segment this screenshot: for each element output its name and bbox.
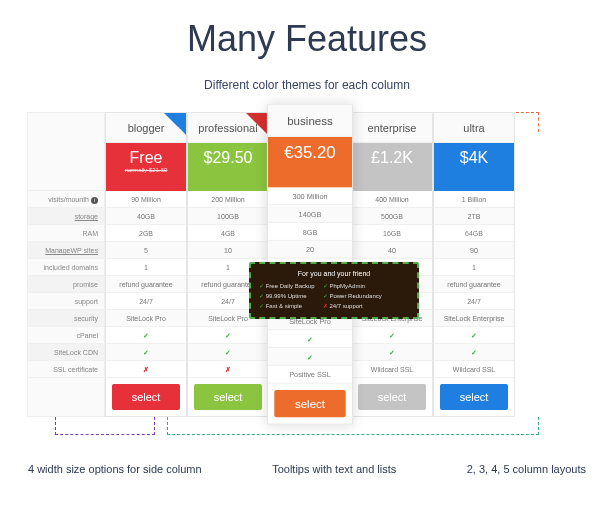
caption-mid: Tooltips with text and lists — [272, 463, 396, 475]
tooltip-title: For you and your friend — [259, 270, 409, 277]
plan-price: Freenormally $21.50 — [106, 143, 186, 191]
plan-cell: ✓ — [268, 330, 352, 348]
plan-cell: ✓ — [268, 348, 352, 366]
plan-cell: 24/7 — [106, 293, 186, 310]
badge-icon: -10% — [246, 113, 268, 135]
caption-left: 4 width size options for side column — [28, 463, 202, 475]
plan-name: bloggernew — [106, 113, 186, 143]
plan-cell: 500GB — [352, 208, 432, 225]
plan-blogger: bloggernewFreenormally $21.5090 Million4… — [105, 112, 187, 417]
plan-cell: 2TB — [434, 208, 514, 225]
plan-cell: 2GB — [106, 225, 186, 242]
check-icon: ✓ — [471, 349, 477, 356]
check-icon: ✓ — [389, 349, 395, 356]
check-icon: ✓ — [307, 335, 313, 342]
plan-cell: 5 — [106, 242, 186, 259]
plan-price: £1.2K — [352, 143, 432, 191]
plan-price: €35.20 — [268, 137, 352, 187]
badge-icon: new — [164, 113, 186, 135]
plan-cell: ✗ — [188, 361, 268, 378]
plan-cell: ✓ — [352, 344, 432, 361]
side-row: RAM — [28, 225, 104, 242]
check-icon: ✓ — [143, 332, 149, 339]
side-row: cPanel — [28, 327, 104, 344]
plan-cell: 64GB — [434, 225, 514, 242]
plan-cell: ✓ — [352, 327, 432, 344]
plan-cell: 20 — [268, 241, 352, 259]
plan-cell: 400 Million — [352, 191, 432, 208]
select-button[interactable]: select — [440, 384, 508, 410]
check-icon: ✓ — [225, 349, 231, 356]
plan-cell: 90 — [434, 242, 514, 259]
plan-cell: 40 — [352, 242, 432, 259]
plan-cell: ✓ — [434, 344, 514, 361]
plan-name: professional-10% — [188, 113, 268, 143]
plan-cell: refund guarantee — [434, 276, 514, 293]
plan-cell: 4GB — [188, 225, 268, 242]
plan-cell: ✓ — [188, 327, 268, 344]
plan-cell: 200 Million — [188, 191, 268, 208]
plan-cell: 140GB — [268, 205, 352, 223]
side-row: security — [28, 310, 104, 327]
plan-cell: Wildcard SSL — [352, 361, 432, 378]
side-row: promise — [28, 276, 104, 293]
select-button[interactable]: select — [194, 384, 262, 410]
tooltip-item: Fast & simple — [259, 301, 315, 311]
plan-cell: Positive SSL — [268, 366, 352, 384]
side-row: visits/mounthi — [28, 191, 104, 208]
plan-cell: Wildcard SSL — [434, 361, 514, 378]
side-row: included domains — [28, 259, 104, 276]
plan-cell: ✓ — [188, 344, 268, 361]
plan-cell: ✗ — [106, 361, 186, 378]
page-title: Many Features — [0, 18, 614, 60]
check-icon: ✓ — [143, 349, 149, 356]
tooltip-item: PhpMyAdmin — [323, 281, 382, 291]
plan-cell: 40GB — [106, 208, 186, 225]
tooltip-item: Power Redundancy — [323, 291, 382, 301]
plan-cell: ✓ — [106, 344, 186, 361]
plan-cell: ✓ — [434, 327, 514, 344]
select-button[interactable]: select — [358, 384, 426, 410]
side-column: visits/mounthistorageRAMManageWP sitesin… — [27, 112, 105, 417]
plan-cell: 16GB — [352, 225, 432, 242]
tooltip-item: 99.99% Uptime — [259, 291, 315, 301]
plan-cell: ✓ — [106, 327, 186, 344]
plan-name: business — [268, 105, 352, 137]
side-row: support — [28, 293, 104, 310]
check-icon: ✓ — [389, 332, 395, 339]
plan-ultra: ultra$4K1 Billion2TB64GB901refund guaran… — [433, 112, 515, 417]
plan-price: $29.50 — [188, 143, 268, 191]
tooltip: For you and your friend Free Daily Backu… — [249, 262, 419, 319]
bracket-left — [55, 417, 155, 435]
plan-cell: 100GB — [188, 208, 268, 225]
check-icon: ✓ — [225, 332, 231, 339]
cross-icon: ✗ — [143, 366, 149, 373]
subtitle: Different color themes for each column — [0, 78, 614, 92]
side-row: storage — [28, 208, 104, 225]
cross-icon: ✗ — [225, 366, 231, 373]
captions: 4 width size options for side column Too… — [0, 463, 614, 475]
check-icon: ✓ — [307, 353, 313, 360]
info-icon: i — [91, 197, 98, 204]
plan-cell: 1 Billion — [434, 191, 514, 208]
side-row: ManageWP sites — [28, 242, 104, 259]
check-icon: ✓ — [471, 332, 477, 339]
plan-price: $4K — [434, 143, 514, 191]
plan-cell: 1 — [106, 259, 186, 276]
select-button[interactable]: select — [274, 390, 345, 417]
plan-cell: 10 — [188, 242, 268, 259]
plan-name: enterprise — [352, 113, 432, 143]
plan-name: ultra — [434, 113, 514, 143]
plan-cell: SiteLock Enterprise — [434, 310, 514, 327]
plan-cell: 1 — [434, 259, 514, 276]
tooltip-item: Free Daily Backup — [259, 281, 315, 291]
plan-cell: refund guarantee — [106, 276, 186, 293]
select-button[interactable]: select — [112, 384, 180, 410]
plan-cell: 24/7 — [434, 293, 514, 310]
plan-cell: 300 Million — [268, 187, 352, 205]
side-row: SiteLock CDN — [28, 344, 104, 361]
side-row: SSL certificate — [28, 361, 104, 378]
tooltip-item: 24/7 support — [323, 301, 382, 311]
plan-cell: 90 Million — [106, 191, 186, 208]
caption-right: 2, 3, 4, 5 column layouts — [467, 463, 586, 475]
